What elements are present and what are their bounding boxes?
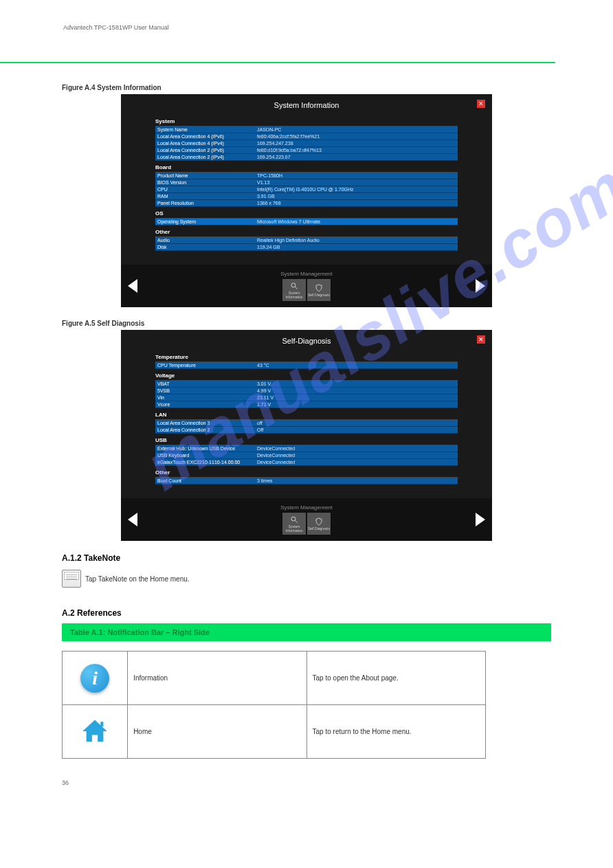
- data-key: RAM: [157, 194, 257, 199]
- data-key: External Hub: Unknown USB Device: [157, 446, 257, 451]
- takenote-desc: Tap TakeNote on the Home menu.: [85, 575, 190, 583]
- data-value: 3.91 GB: [257, 194, 456, 199]
- references-table: iInformationTap to open the About page.H…: [62, 651, 486, 759]
- references-heading: A.2 References: [62, 608, 551, 618]
- data-value: fe80:406a:2ccf:5fa2:f7ee%21: [257, 134, 456, 139]
- data-key: Disk: [157, 245, 257, 249]
- table-row: iInformationTap to open the About page.: [63, 652, 486, 705]
- data-row: AudioRealtek High Definition Audio: [155, 237, 458, 244]
- data-value: off: [257, 421, 456, 425]
- data-row: CPU Temperature43 °C: [155, 362, 458, 369]
- tile-label: System Information: [282, 524, 306, 533]
- self-diagnosis-screenshot: Self-Diagnosis ✕ TemperatureCPU Temperat…: [121, 330, 492, 541]
- data-row: Operating SystemMicrosoft Windows 7 Ulti…: [155, 219, 458, 225]
- data-row: Local Area Connection 3off: [155, 420, 458, 427]
- data-key: Local Area Connection 2: [157, 427, 257, 432]
- self-diagnosis-tile[interactable]: Self Diagnosis: [307, 279, 331, 301]
- data-value: 1366 x 768: [257, 201, 456, 205]
- close-icon[interactable]: ✕: [477, 335, 485, 344]
- icon-cell: i: [63, 652, 128, 705]
- icon-cell: [63, 705, 128, 759]
- window-title: Self-Diagnosis: [282, 337, 331, 345]
- data-value: 3.01 V: [257, 381, 456, 386]
- data-value: 3 times: [257, 478, 456, 483]
- data-key: Local Area Connection 4 (IPv4): [157, 141, 257, 146]
- system-information-tile[interactable]: System Information: [282, 513, 306, 535]
- next-arrow-icon[interactable]: [476, 279, 485, 293]
- data-value: 23.11 V: [257, 395, 456, 400]
- data-row: Vcore1.71 V: [155, 401, 458, 408]
- data-row: Boot Count3 times: [155, 478, 458, 485]
- label-cell: Home: [128, 705, 306, 759]
- data-value: JASON-PC: [257, 127, 456, 132]
- data-key: Boot Count: [157, 478, 257, 483]
- data-row: USB KeyboardDeviceConnected: [155, 452, 458, 459]
- data-key: 5VSB: [157, 388, 257, 393]
- top-divider: [0, 62, 555, 63]
- data-row: VBAT3.01 V: [155, 381, 458, 388]
- data-value: Off: [257, 427, 456, 432]
- data-key: Local Area Connection 3: [157, 421, 257, 425]
- data-row: Local Area Connection 2 (IPv6)fe80:d10f:…: [155, 147, 458, 154]
- table-row: HomeTap to return to the Home menu.: [63, 705, 486, 759]
- data-value: 4.99 V: [257, 388, 456, 393]
- section-header: Temperature: [155, 353, 458, 362]
- data-row: Panel Resolution1366 x 768: [155, 200, 458, 207]
- data-row: Local Area Connection 4 (IPv6)fe80:406a:…: [155, 133, 458, 140]
- section-header: OS: [155, 209, 458, 219]
- svg-line-3: [296, 520, 298, 522]
- window-title: System Information: [274, 101, 339, 109]
- data-key: Panel Resolution: [157, 201, 257, 205]
- data-key: Local Area Connection 4 (IPv6): [157, 134, 257, 139]
- data-key: Local Area Connection 2 (IPv4): [157, 155, 257, 159]
- svg-rect-4: [100, 722, 103, 726]
- data-value: Microsoft Windows 7 Ultimate: [257, 219, 456, 224]
- close-icon[interactable]: ✕: [477, 100, 485, 108]
- footer-label: System Management: [280, 504, 333, 511]
- data-value: 43 °C: [257, 363, 456, 368]
- data-key: VBAT: [157, 381, 257, 386]
- data-value: DeviceConnected: [257, 460, 456, 465]
- data-value: V1.13: [257, 180, 456, 185]
- data-row: CPUIntel(R) Core(TM) i3-4010U CPU @ 1.70…: [155, 186, 458, 193]
- page-header: Advantech TPC-1581WP User Manual: [63, 24, 169, 31]
- data-key: Vcore: [157, 402, 257, 407]
- home-icon: [80, 716, 110, 746]
- label-cell: Information: [128, 652, 306, 705]
- section-header: USB: [155, 436, 458, 445]
- figure-a5-caption: Figure A.5 Self Diagnosis: [62, 320, 551, 327]
- data-key: BIOS Version: [157, 180, 257, 185]
- data-key: CPU Temperature: [157, 363, 257, 368]
- footer-label: System Management: [280, 271, 333, 277]
- section-header: Board: [155, 163, 458, 173]
- data-key: Vin: [157, 395, 257, 400]
- data-key: Product Name: [157, 173, 257, 178]
- data-value: 169.254.223.67: [257, 155, 456, 159]
- prev-arrow-icon[interactable]: [128, 513, 137, 526]
- system-information-tile[interactable]: System Information: [282, 279, 306, 301]
- section-header: Voltage: [155, 371, 458, 381]
- tile-label: Self Diagnosis: [308, 526, 330, 531]
- data-value: Intel(R) Core(TM) i3-4010U CPU @ 1.70GHz: [257, 187, 456, 192]
- data-value: DeviceConnected: [257, 453, 456, 458]
- prev-arrow-icon[interactable]: [128, 279, 137, 293]
- data-row: Local Area Connection 4 (IPv4)169.254.24…: [155, 140, 458, 147]
- data-value: Realtek High Definition Audio: [257, 238, 456, 243]
- takenote-heading: A.1.2 TakeNote: [62, 553, 551, 563]
- data-row: External Hub: Unknown USB DeviceDeviceCo…: [155, 445, 458, 452]
- next-arrow-icon[interactable]: [476, 513, 485, 526]
- desc-cell: Tap to return to the Home menu.: [306, 705, 485, 759]
- section-header: Other: [155, 227, 458, 237]
- data-value: 169.254.247.238: [257, 141, 456, 146]
- self-diagnosis-tile[interactable]: Self Diagnosis: [307, 513, 331, 535]
- data-key: eGalaxTouch EXC2210-1110-14.00.00: [157, 460, 257, 465]
- system-information-screenshot: System Information ✕ SystemSystem NameJA…: [121, 94, 492, 307]
- tile-label: Self Diagnosis: [308, 293, 330, 297]
- info-icon: i: [80, 664, 109, 693]
- data-key: System Name: [157, 127, 257, 132]
- data-row: 5VSB4.99 V: [155, 388, 458, 394]
- data-row: Local Area Connection 2Off: [155, 427, 458, 434]
- data-key: Audio: [157, 238, 257, 243]
- data-value: 119.24 GB: [257, 245, 456, 249]
- data-row: System NameJASON-PC: [155, 126, 458, 133]
